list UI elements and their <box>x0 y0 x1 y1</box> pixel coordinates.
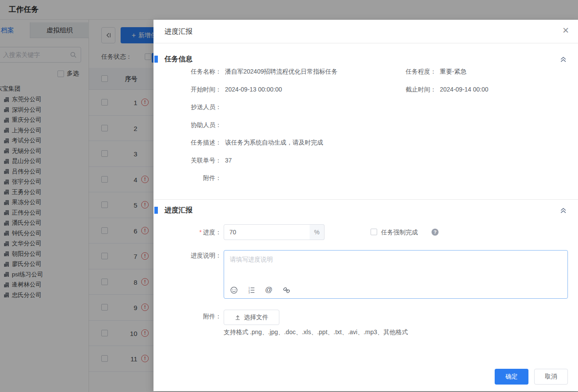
field-value: 重要-紧急 <box>440 68 467 75</box>
field-label: 附件： <box>153 173 221 182</box>
choose-file-label: 选择文件 <box>244 314 268 321</box>
progress-report-modal: 进度汇报 ✕ 任务信息 任务名称：潘自军202409招聘流程优化日常指标任务开始… <box>153 20 578 391</box>
svg-text:3: 3 <box>248 291 250 293</box>
force-complete-label: 任务强制完成 <box>381 229 418 236</box>
progress-desc-input[interactable]: 请填写进度说明 123 @ <box>224 250 568 299</box>
collapse-section-icon[interactable] <box>560 207 567 214</box>
progress-section-title: 进度汇报 <box>164 206 193 215</box>
field-value: 该任务为系统自动生成，请及时完成 <box>225 139 323 146</box>
modal-title: 进度汇报 <box>164 20 193 43</box>
field-label: 任务程度： <box>368 67 436 76</box>
field-value: 37 <box>225 157 232 164</box>
collapse-section-icon[interactable] <box>560 56 567 63</box>
field-label: 协助人员： <box>153 120 221 129</box>
force-complete-checkbox[interactable] <box>371 229 377 235</box>
cancel-button[interactable]: 取消 <box>534 369 568 385</box>
section-marker <box>154 56 158 63</box>
task-info-field: 任务描述：该任务为系统自动生成，请及时完成 <box>153 138 323 147</box>
field-label: 开始时间： <box>153 85 221 94</box>
field-label: 截止时间： <box>368 85 436 94</box>
task-info-field: 任务名称：潘自军202409招聘流程优化日常指标任务 <box>153 67 338 76</box>
task-info-field: 截止时间：2024-09-14 00:00 <box>368 85 489 94</box>
task-info-field: 任务程度：重要-紧急 <box>368 67 467 76</box>
upload-icon <box>235 314 241 321</box>
task-info-field: 协助人员： <box>153 120 225 129</box>
field-value: 潘自军202409招聘流程优化日常指标任务 <box>225 68 338 75</box>
choose-file-button[interactable]: 选择文件 <box>224 310 279 325</box>
emoji-icon[interactable] <box>229 286 238 294</box>
field-value: 2024-09-14 00:00 <box>440 86 489 93</box>
task-info-field: 关联单号：37 <box>153 156 232 165</box>
progress-desc-label: 进度说明： <box>153 252 221 260</box>
close-icon[interactable]: ✕ <box>562 26 569 35</box>
percent-suffix: % <box>310 224 325 240</box>
confirm-button[interactable]: 确定 <box>495 369 528 385</box>
modal-header: 进度汇报 ✕ <box>153 20 578 43</box>
required-mark: * <box>200 229 202 236</box>
link-icon[interactable] <box>282 286 291 294</box>
field-label: 关联单号： <box>153 156 221 165</box>
desc-placeholder: 请填写进度说明 <box>230 256 273 264</box>
app-root: 工作任务 档案 虚拟组织 多选 东宝集团 东莞分公司 深圳分公司 <box>0 0 578 392</box>
section-marker <box>154 207 158 214</box>
field-label: 任务名称： <box>153 67 221 76</box>
format-hint: 支持格式 .png、.jpg、.doc、.xls、.ppt、.txt、.avi、… <box>224 328 408 336</box>
field-label: 任务描述： <box>153 138 221 147</box>
field-value: 2024-09-13 00:00:00 <box>225 86 282 93</box>
progress-field-label: *进度： <box>153 229 221 237</box>
ordered-list-icon[interactable]: 123 <box>247 286 256 294</box>
task-info-section-title: 任务信息 <box>164 55 193 64</box>
editor-toolbar: 123 @ <box>229 286 291 294</box>
attachment-field-label: 附件： <box>153 313 221 321</box>
task-info-field: 开始时间：2024-09-13 00:00:00 <box>153 85 282 94</box>
mention-icon[interactable]: @ <box>264 286 273 294</box>
task-info-field: 附件： <box>153 173 225 182</box>
task-info-field: 抄送人员： <box>153 102 225 111</box>
section-divider <box>153 199 578 200</box>
field-label: 抄送人员： <box>153 102 221 111</box>
help-icon[interactable]: ? <box>432 229 439 236</box>
progress-percent-input[interactable] <box>224 224 310 240</box>
